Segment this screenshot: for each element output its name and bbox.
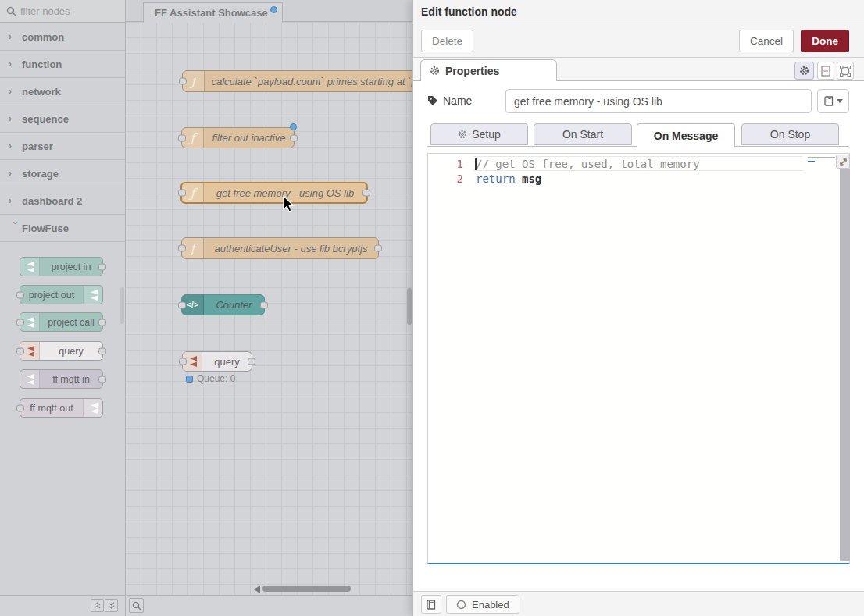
palette-scrollbar[interactable] bbox=[120, 287, 124, 324]
output-port[interactable] bbox=[98, 263, 106, 270]
flow-canvas[interactable]: FF Assistant Showcase ƒ calculate `paylo… bbox=[125, 0, 412, 616]
output-port[interactable] bbox=[374, 245, 382, 252]
chevron-right-icon: › bbox=[9, 113, 22, 124]
node-filter-out-inactive[interactable]: ƒ filter out inactive bbox=[181, 127, 295, 148]
editor-scrollbar[interactable] bbox=[840, 169, 850, 561]
palette-search[interactable] bbox=[0, 0, 125, 23]
double-chevron-up-icon bbox=[94, 602, 101, 609]
palette-node-project-out[interactable]: project out bbox=[20, 285, 103, 304]
edit-properties-button[interactable] bbox=[794, 62, 814, 80]
flowfuse-icon bbox=[20, 258, 40, 276]
node-query[interactable]: query bbox=[182, 351, 252, 372]
done-button[interactable]: Done bbox=[801, 30, 849, 52]
gear-icon bbox=[458, 130, 467, 139]
palette-canvas-divider[interactable] bbox=[125, 0, 126, 616]
name-label: Name bbox=[427, 94, 472, 107]
palette-category-parser[interactable]: ›parser bbox=[0, 133, 125, 160]
library-button[interactable] bbox=[421, 595, 441, 614]
palette-category-common[interactable]: ›common bbox=[0, 23, 125, 51]
code-editor[interactable]: 1 2 // get OS free, used, total memory r… bbox=[427, 153, 850, 564]
expand-editor-button[interactable] bbox=[836, 155, 850, 169]
flowfuse-icon bbox=[83, 286, 102, 304]
tab-modified-dot bbox=[270, 6, 277, 13]
input-port[interactable] bbox=[179, 358, 187, 365]
palette-category-function[interactable]: ›function bbox=[0, 51, 125, 78]
chevron-down-icon: › bbox=[10, 222, 21, 235]
palette-category-storage[interactable]: ›storage bbox=[0, 160, 125, 187]
tab-setup[interactable]: Setup bbox=[430, 123, 528, 145]
edit-description-button[interactable] bbox=[817, 62, 834, 80]
canvas-grid[interactable] bbox=[125, 22, 412, 595]
name-input[interactable] bbox=[505, 89, 812, 113]
magnifier-icon bbox=[132, 601, 141, 611]
input-port[interactable] bbox=[16, 319, 24, 326]
expand-all-button[interactable] bbox=[105, 599, 118, 612]
cancel-button[interactable]: Cancel bbox=[739, 30, 794, 52]
minimap bbox=[808, 157, 835, 162]
output-port[interactable] bbox=[98, 347, 106, 354]
input-port[interactable] bbox=[178, 190, 186, 197]
tab-on-message[interactable]: On Message bbox=[637, 123, 735, 147]
double-chevron-down-icon bbox=[108, 602, 115, 609]
collapse-all-button[interactable] bbox=[91, 599, 104, 612]
zoom-navigator-button[interactable] bbox=[129, 598, 144, 613]
palette-filter-input[interactable] bbox=[19, 3, 116, 19]
node-counter[interactable]: </> Counter bbox=[181, 294, 265, 315]
output-port[interactable] bbox=[248, 358, 255, 365]
palette-category-flowfuse[interactable]: ›FlowFuse bbox=[0, 215, 125, 242]
input-port[interactable] bbox=[16, 404, 24, 411]
chevron-right-icon: › bbox=[9, 59, 22, 69]
doc-icon bbox=[821, 66, 830, 77]
hscroll-left-arrow[interactable] bbox=[254, 586, 260, 593]
output-port[interactable] bbox=[290, 134, 298, 141]
node-calculate-primes[interactable]: ƒ calculate `payload.count` primes start… bbox=[182, 70, 412, 92]
palette-node-project-call[interactable]: project call bbox=[20, 312, 103, 332]
node-red-editor: ›common ›function ›network ›sequence ›pa… bbox=[0, 0, 864, 616]
name-library-button[interactable] bbox=[817, 89, 849, 113]
hscroll-thumb[interactable] bbox=[262, 586, 351, 592]
dialog-toolbar: Delete Cancel Done bbox=[413, 23, 864, 58]
enabled-toggle-button[interactable]: Enabled bbox=[446, 595, 519, 614]
tab-on-stop[interactable]: On Stop bbox=[741, 123, 839, 145]
line-number: 2 bbox=[428, 172, 463, 187]
output-port[interactable] bbox=[362, 190, 370, 197]
chevron-right-icon: › bbox=[9, 195, 22, 206]
edit-appearance-button[interactable] bbox=[837, 62, 854, 80]
input-port[interactable] bbox=[16, 291, 24, 298]
delete-button[interactable]: Delete bbox=[421, 30, 473, 52]
node-get-free-memory[interactable]: ƒ get free memory - using OS lib bbox=[180, 182, 368, 204]
node-authenticate-user[interactable]: ƒ authenticateUser - use lib bcryptjs bbox=[181, 237, 379, 259]
gear-icon bbox=[430, 66, 440, 76]
palette-node-ff-mqtt-in[interactable]: ff mqtt in bbox=[20, 369, 103, 389]
input-port[interactable] bbox=[178, 134, 186, 141]
palette-category-network[interactable]: ›network bbox=[0, 78, 125, 105]
vscroll-thumb[interactable] bbox=[407, 288, 412, 325]
palette-node-project-in[interactable]: project in bbox=[20, 257, 103, 276]
palette-node-ff-mqtt-out[interactable]: ff mqtt out bbox=[20, 398, 103, 418]
code-line-2: return msg bbox=[476, 172, 541, 187]
palette-node-query[interactable]: query bbox=[20, 341, 103, 361]
palette-category-sequence[interactable]: ›sequence bbox=[0, 105, 125, 133]
chevron-right-icon: › bbox=[9, 86, 22, 97]
input-port[interactable] bbox=[178, 245, 186, 252]
output-port[interactable] bbox=[260, 301, 268, 308]
output-port[interactable] bbox=[98, 376, 106, 383]
code-line-1: // get OS free, used, total memory bbox=[476, 157, 700, 172]
palette-category-dashboard2[interactable]: ›dashboard 2 bbox=[0, 187, 125, 215]
input-port[interactable] bbox=[16, 347, 24, 354]
tab-properties[interactable]: Properties bbox=[420, 59, 557, 81]
input-port[interactable] bbox=[179, 78, 187, 85]
chevron-right-icon: › bbox=[9, 168, 22, 179]
workspace-tab[interactable]: FF Assistant Showcase bbox=[143, 2, 283, 23]
status-circle-icon bbox=[456, 600, 466, 610]
tag-icon bbox=[427, 95, 438, 106]
input-port[interactable] bbox=[178, 301, 186, 308]
expand-icon bbox=[839, 158, 848, 166]
output-port[interactable] bbox=[98, 319, 106, 326]
status-dot-icon bbox=[186, 376, 193, 383]
flowfuse-icon bbox=[20, 370, 40, 388]
workspace-footer bbox=[0, 595, 412, 616]
node-status: Queue: 0 bbox=[186, 373, 235, 384]
gear-icon bbox=[799, 66, 809, 76]
tab-on-start[interactable]: On Start bbox=[534, 123, 632, 145]
